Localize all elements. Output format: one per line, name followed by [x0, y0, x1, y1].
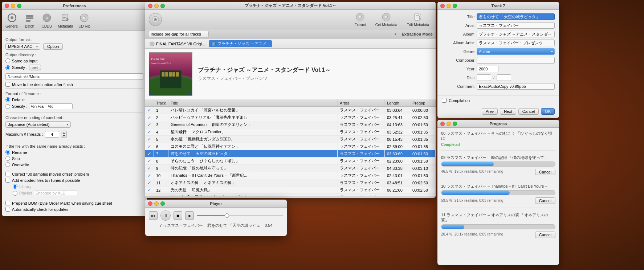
- maximize-button[interactable]: [17, 4, 21, 8]
- main-close-button[interactable]: [148, 4, 152, 8]
- max-threads-input[interactable]: [45, 131, 59, 138]
- track-check-9[interactable]: ✓: [145, 172, 154, 179]
- set-button[interactable]: set: [29, 65, 41, 70]
- library-radio[interactable]: Library: [13, 184, 143, 189]
- main-traffic-lights[interactable]: [148, 4, 165, 8]
- extract-toolbar-btn[interactable]: Extract: [352, 11, 369, 28]
- progress-cancel-btn-1[interactable]: Cancel: [535, 169, 555, 175]
- table-row[interactable]: ✓ 10 Thanatos – If I Can't Be Yours – 「新…: [145, 172, 436, 179]
- move-checkbox-row[interactable]: Move to the destination after finish: [5, 82, 143, 87]
- threads-spinner[interactable]: ▲ ▼: [61, 131, 67, 138]
- table-row[interactable]: ✓ 11 オネアミスの翼 「オネアミスの翼」 ラスマス・フェイバー 03:48:…: [145, 179, 436, 187]
- same-as-input-radio[interactable]: Same as input: [5, 58, 143, 63]
- track-check-7[interactable]: ✓: [145, 158, 154, 165]
- file-item-1[interactable]: プラチナ・ジャズ ～アニメ...: [209, 40, 272, 47]
- track-check-3[interactable]: ✓: [145, 128, 154, 136]
- track7-min[interactable]: [447, 4, 451, 8]
- player-min[interactable]: [154, 201, 159, 206]
- progress-cancel-btn-2[interactable]: Cancel: [535, 197, 555, 204]
- minimize-button[interactable]: [11, 4, 15, 8]
- toolbar-batch[interactable]: Batch: [24, 12, 36, 28]
- default-radio-input[interactable]: [5, 97, 10, 102]
- progress-min[interactable]: [447, 122, 451, 126]
- track-check-6[interactable]: ✓: [145, 150, 154, 158]
- track7-traffic-lights[interactable]: [440, 4, 457, 8]
- track7-close[interactable]: [440, 4, 445, 8]
- toolbar-cddb[interactable]: CDDB: [41, 12, 53, 28]
- correct30-row[interactable]: Correct "30 samples moved offset" proble…: [5, 172, 143, 176]
- disc-total-field[interactable]: [497, 74, 511, 81]
- rename-radio[interactable]: Rename: [5, 150, 143, 155]
- rename-radio-input[interactable]: [5, 150, 10, 155]
- file-item-0[interactable]: FINAL FANTASY VII Origi...: [147, 41, 207, 47]
- prepend-bom-checkbox[interactable]: [5, 201, 10, 205]
- char-encoding-wrapper[interactable]: Japanese (Auto-detect): [5, 121, 71, 128]
- progress-cancel-btn-3[interactable]: Cancel: [535, 232, 555, 238]
- threads-down[interactable]: ▼: [61, 134, 66, 138]
- move-checkbox[interactable]: [5, 82, 10, 87]
- format-select[interactable]: MPEG-4 AAC: [5, 43, 40, 50]
- add-itunes-checkbox[interactable]: [5, 178, 10, 183]
- close-button[interactable]: [5, 4, 9, 8]
- table-row[interactable]: ✓ 6 コスモスに君と 「伝説巨神イデオン」 ラスマス・フェイバー 02:39:…: [145, 143, 436, 150]
- extract-btn[interactable]: [149, 13, 162, 26]
- ok-button[interactable]: OK: [541, 108, 555, 115]
- prepend-bom-row[interactable]: Prepend BOM (Byte Order Mark) when savin…: [5, 201, 143, 205]
- get-metadata-btn[interactable]: Get Metadata: [372, 11, 400, 28]
- player-progress-track[interactable]: [197, 215, 283, 216]
- toolbar-cd-rip[interactable]: CD Rip: [78, 12, 90, 28]
- progress-traffic-lights[interactable]: [440, 122, 457, 126]
- auto-check-row[interactable]: Automatically check for updates: [5, 207, 143, 212]
- same-as-input-radio-input[interactable]: [5, 58, 10, 63]
- player-max[interactable]: [160, 201, 165, 206]
- table-row[interactable]: ✓ 5 水の証 「機動戦士ガンダムSEED」 ラスマス・フェイバー 06:15:…: [145, 136, 436, 143]
- path-field[interactable]: [5, 73, 143, 80]
- correct30-checkbox[interactable]: [5, 172, 10, 176]
- overwrite-radio[interactable]: Overwrite: [5, 162, 143, 167]
- main-minimize-button[interactable]: [154, 4, 159, 8]
- edit-metadata-btn[interactable]: Edit Metadata: [404, 11, 432, 28]
- overwrite-radio-input[interactable]: [5, 162, 10, 167]
- playlist-radio[interactable]: Playlist: [13, 190, 143, 196]
- toolbar-metadata[interactable]: Metadata: [58, 12, 73, 28]
- album-artist-field[interactable]: [477, 40, 555, 46]
- rewind-button[interactable]: ⏮: [149, 211, 158, 220]
- year-field[interactable]: [477, 66, 498, 72]
- library-radio-input[interactable]: [13, 184, 17, 189]
- auto-check-checkbox[interactable]: [5, 207, 10, 212]
- track-check-1[interactable]: ✓: [145, 114, 154, 121]
- table-row[interactable]: ✓ 4 星間飛行 「マクロスFrontier」 ラスマス・フェイバー 03:52…: [145, 128, 436, 136]
- traffic-lights[interactable]: [5, 4, 21, 8]
- table-row[interactable]: ✓ 7 君をのせて 「天空の城ラピュタ」 ラスマス・フェイバー 03:30:69…: [145, 150, 436, 158]
- genre-select[interactable]: Anime: [477, 48, 555, 55]
- player-traffic-lights[interactable]: [148, 201, 165, 206]
- album-field[interactable]: [477, 31, 555, 37]
- specify-radio-input[interactable]: [5, 65, 10, 70]
- specify-radio[interactable]: Specify : set: [5, 65, 143, 70]
- artist-field[interactable]: [477, 22, 555, 29]
- track-check-11[interactable]: ✓: [145, 187, 154, 194]
- next-button[interactable]: Next: [500, 108, 516, 115]
- char-encoding-select[interactable]: Japanese (Auto-detect): [5, 121, 71, 128]
- add-itunes-row[interactable]: Add encoded files to iTunes if possible: [5, 178, 143, 183]
- track-check-5[interactable]: ✓: [145, 143, 154, 150]
- track7-max[interactable]: [453, 4, 457, 8]
- cancel-button[interactable]: Cancel: [518, 108, 539, 115]
- option-button[interactable]: Option: [43, 43, 63, 50]
- toolbar-general[interactable]: General: [5, 12, 19, 28]
- table-row[interactable]: ✓ 2 ハッピー☆マテリアル 「魔法先生ネギま!」 ラスマス・フェイバー 03:…: [145, 114, 436, 121]
- player-close[interactable]: [148, 201, 152, 206]
- table-row[interactable]: ✓ 3 Genesis of Aquarion 「創聖のアクエリオン」 ラスマス…: [145, 121, 436, 128]
- genre-select-wrapper[interactable]: Anime: [477, 48, 555, 55]
- table-row[interactable]: ✓ 8 そらのむこう 「ひぐらしのなく頃に」 ラスマス・フェイバー 02:23:…: [145, 158, 436, 165]
- progress-max[interactable]: [453, 122, 457, 126]
- playlist-input[interactable]: [34, 190, 77, 196]
- forward-button[interactable]: ⏭: [185, 211, 194, 220]
- prev-button[interactable]: Prev: [482, 108, 498, 115]
- skip-radio[interactable]: Skip: [5, 156, 143, 161]
- pause-button[interactable]: ⏸: [160, 210, 171, 221]
- disc-num-field[interactable]: [477, 74, 491, 81]
- track-check-10[interactable]: ✓: [145, 179, 154, 187]
- format-select-wrapper[interactable]: MPEG-4 AAC: [5, 43, 40, 50]
- table-row[interactable]: ✓ 9 時の記憶 「僕の地球を守って」 ラスマス・フェイバー 04:33:38 …: [145, 165, 436, 172]
